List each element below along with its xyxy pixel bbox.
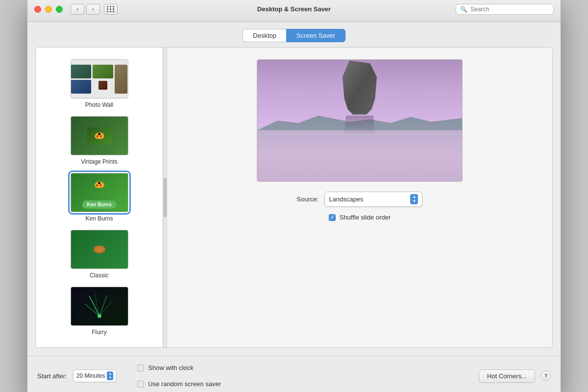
main-content: Photo Wall [35, 47, 553, 348]
main-window: ‹ › Desktop & Screen Saver 🔍 Desktop Scr… [27, 0, 561, 392]
shuffle-row: Shuffle slide order [247, 214, 472, 221]
titlebar: ‹ › Desktop & Screen Saver 🔍 [27, 0, 561, 22]
source-row: Source: Landscapes ▲ ▼ [247, 192, 472, 207]
rock [343, 61, 377, 115]
minimize-button[interactable] [45, 6, 52, 13]
random-saver-checkbox[interactable] [137, 381, 144, 388]
thumb-vintage-prints [71, 116, 128, 155]
bottom-bar: Start after: 20 Minutes ▲ ▼ Show with cl… [27, 356, 561, 392]
controls-area: Source: Landscapes ▲ ▼ Shuffle slide ord… [247, 192, 472, 224]
water [257, 130, 462, 181]
rock-formation [343, 61, 377, 135]
svg-line-1 [99, 295, 107, 316]
screensaver-label-photo-wall: Photo Wall [85, 101, 114, 108]
tab-bar: Desktop Screen Saver [27, 22, 561, 47]
screensaver-item-ken-burns[interactable]: Ken Burns Ken Burns [36, 169, 163, 226]
rock-reflection [343, 116, 377, 135]
minutes-value: 20 Minutes [76, 372, 105, 379]
source-select[interactable]: Landscapes ▲ ▼ [324, 192, 422, 207]
screensaver-label-flurry: Flurry [92, 329, 107, 336]
svg-point-5 [98, 314, 101, 318]
screensaver-item-vintage-prints[interactable]: Vintage Prints [36, 112, 163, 169]
source-arrow-down[interactable]: ▼ [412, 199, 416, 203]
source-arrow-up[interactable]: ▲ [412, 195, 416, 199]
tab-desktop[interactable]: Desktop [243, 29, 286, 42]
show-clock-label: Show with clock [148, 364, 193, 371]
random-saver-row: Use random screen saver [137, 380, 221, 388]
thumb-flurry [71, 287, 128, 326]
thumb-photo-wall [71, 59, 128, 98]
screensaver-item-flurry[interactable]: Flurry [36, 283, 163, 340]
svg-line-0 [90, 296, 99, 316]
minutes-stepper[interactable]: ▲ ▼ [107, 371, 113, 381]
ken-burns-badge: Ken Burns [82, 200, 117, 209]
screensaver-label-vintage-prints: Vintage Prints [81, 158, 118, 165]
search-input[interactable] [470, 6, 549, 13]
nav-buttons: ‹ › [71, 4, 100, 15]
bottom-checkboxes: Show with clock Use random screen saver [137, 361, 221, 391]
thumb-classic [71, 230, 128, 269]
minutes-arrow-up[interactable]: ▲ [108, 372, 112, 376]
preview-image [257, 59, 463, 182]
minutes-arrow-down[interactable]: ▼ [108, 376, 112, 380]
thumb-ken-burns: Ken Burns [71, 173, 128, 212]
tab-screensaver[interactable]: Screen Saver [286, 29, 345, 42]
scroll-indicator[interactable] [164, 178, 167, 217]
screensaver-list: Photo Wall [36, 48, 163, 347]
window-title: Desktop & Screen Saver [257, 5, 331, 13]
traffic-lights [34, 6, 63, 13]
hot-corners-button[interactable]: Hot Corners... [479, 369, 535, 383]
help-button[interactable]: ? [541, 371, 551, 381]
back-button[interactable]: ‹ [71, 4, 84, 15]
forward-button[interactable]: › [86, 4, 100, 15]
search-icon: 🔍 [460, 6, 467, 13]
svg-line-3 [99, 301, 112, 316]
close-button[interactable] [34, 6, 41, 13]
source-stepper[interactable]: ▲ ▼ [410, 194, 418, 204]
show-clock-row: Show with clock [137, 364, 221, 371]
source-label: Source: [297, 196, 319, 203]
grid-icon [107, 6, 115, 12]
screensaver-label-classic: Classic [90, 272, 109, 279]
screensaver-item-photo-wall[interactable]: Photo Wall [36, 55, 163, 112]
shuffle-checkbox[interactable] [329, 214, 336, 221]
shuffle-label: Shuffle slide order [340, 214, 391, 221]
panel-divider [163, 48, 167, 347]
right-panel: Source: Landscapes ▲ ▼ Shuffle slide ord… [167, 48, 552, 347]
source-value: Landscapes [329, 196, 363, 203]
screensaver-label-ken-burns: Ken Burns [85, 215, 113, 222]
start-after-label: Start after: [37, 372, 67, 380]
grid-view-button[interactable] [104, 4, 118, 15]
screensaver-item-classic[interactable]: Classic [36, 226, 163, 283]
search-box[interactable]: 🔍 [456, 4, 554, 15]
minutes-select[interactable]: 20 Minutes ▲ ▼ [73, 369, 117, 383]
random-saver-label: Use random screen saver [148, 380, 221, 388]
landscape-scene [257, 60, 462, 181]
maximize-button[interactable] [56, 6, 63, 13]
flurry-animation [80, 292, 119, 321]
show-clock-checkbox[interactable] [137, 365, 144, 371]
